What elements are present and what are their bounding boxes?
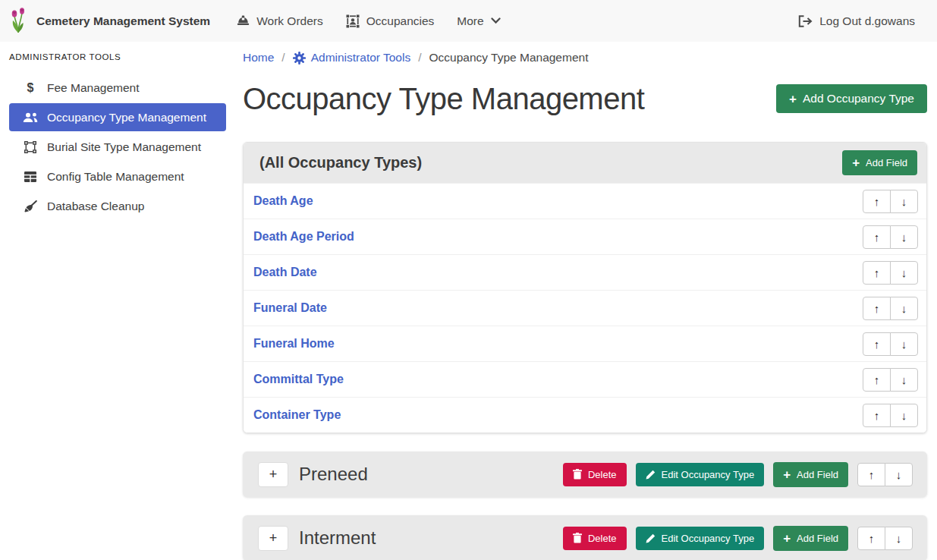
delete-button[interactable]: Delete [563, 463, 627, 486]
occupancy-type-title: Preneed [299, 464, 563, 485]
nav-work-orders[interactable]: Work Orders [225, 14, 335, 28]
occupancy-type-bar: + Interment Delete Edi [243, 515, 927, 560]
expand-button[interactable]: + [258, 462, 288, 487]
reorder-button-group: ↑ ↓ [863, 297, 918, 320]
field-link[interactable]: Container Type [253, 408, 341, 422]
move-down-button[interactable]: ↓ [890, 261, 918, 285]
move-up-button[interactable]: ↑ [857, 527, 885, 550]
delete-label: Delete [588, 533, 617, 544]
move-down-button[interactable]: ↓ [890, 404, 918, 427]
sidebar-item-fee-management[interactable]: $ Fee Management [9, 74, 226, 102]
field-link[interactable]: Committal Type [253, 373, 344, 386]
pencil-icon [646, 470, 656, 480]
breadcrumb: Home / [243, 49, 927, 66]
field-link[interactable]: Funeral Date [253, 301, 327, 315]
move-up-button[interactable]: ↑ [863, 404, 891, 427]
sidebar-item-label: Fee Management [47, 81, 140, 95]
reorder-button-group: ↑ ↓ [857, 527, 913, 550]
reorder-button-group: ↑ ↓ [863, 261, 918, 285]
move-up-button[interactable]: ↑ [857, 463, 885, 486]
card-header: (All Occupancy Types) + Add Field [244, 143, 926, 183]
expand-button[interactable]: + [258, 526, 288, 551]
card-title: (All Occupancy Types) [259, 154, 422, 171]
reorder-button-group: ↑ ↓ [863, 332, 918, 356]
move-up-button[interactable]: ↑ [863, 297, 891, 320]
field-link[interactable]: Death Age Period [253, 230, 354, 244]
move-up-button[interactable]: ↑ [863, 332, 891, 356]
type-bar-actions: Delete Edit Occupancy Type + Add Field ↑… [563, 462, 913, 487]
sign-out-icon [798, 15, 813, 27]
reorder-button-group: ↑ ↓ [857, 463, 913, 486]
move-down-button[interactable]: ↓ [885, 527, 913, 550]
vector-square-icon [22, 141, 39, 153]
add-occupancy-type-label: Add Occupancy Type [803, 92, 914, 105]
sidebar-item-label: Database Cleanup [47, 200, 144, 213]
logout-label: Log Out d.gowans [819, 14, 915, 28]
edit-occupancy-type-button[interactable]: Edit Occupancy Type [636, 527, 765, 550]
sidebar-item-label: Burial Site Type Management [47, 140, 201, 154]
plus-icon: + [783, 532, 791, 545]
move-down-button[interactable]: ↓ [890, 332, 918, 356]
breadcrumb-current: Occupancy Type Management [429, 51, 589, 64]
field-row: Funeral Date ↑ ↓ [244, 290, 926, 326]
person-square-icon [346, 14, 360, 28]
reorder-button-group: ↑ ↓ [863, 404, 918, 427]
breadcrumb-admin-tools-link[interactable]: Administrator Tools [293, 51, 411, 64]
app-brand[interactable]: Cemetery Management System [36, 14, 210, 28]
edit-occupancy-type-label: Edit Occupancy Type [662, 469, 755, 480]
all-occupancy-types-card: (All Occupancy Types) + Add Field Death … [243, 142, 927, 433]
sidebar-item-occupancy-type-management[interactable]: Occupancy Type Management [9, 103, 226, 131]
breadcrumb-home-link[interactable]: Home [243, 51, 274, 64]
reorder-button-group: ↑ ↓ [863, 190, 918, 213]
add-occupancy-type-button[interactable]: + Add Occupancy Type [776, 84, 927, 113]
delete-button[interactable]: Delete [563, 527, 627, 550]
sidebar-item-burial-site-type-management[interactable]: Burial Site Type Management [9, 133, 226, 161]
move-down-button[interactable]: ↓ [890, 297, 918, 320]
nav-occupancies[interactable]: Occupancies [335, 14, 446, 28]
main-content: Home / [243, 42, 927, 560]
plus-icon: + [852, 156, 860, 169]
occupancy-type-bar: + Preneed Delete Edit [243, 451, 927, 497]
page-title: Occupancy Type Management [243, 82, 644, 116]
logout-link[interactable]: Log Out d.gowans [787, 14, 926, 28]
breadcrumb-separator: / [418, 51, 421, 64]
sidebar-item-database-cleanup[interactable]: Database Cleanup [9, 192, 226, 220]
move-down-button[interactable]: ↓ [890, 368, 918, 392]
add-field-button[interactable]: + Add Field [773, 462, 848, 487]
move-up-button[interactable]: ↑ [863, 225, 891, 249]
trash-icon [573, 469, 582, 480]
move-up-button[interactable]: ↑ [863, 190, 891, 213]
field-link[interactable]: Death Age [253, 194, 313, 208]
top-navbar: Cemetery Management System Work Orders O… [0, 0, 937, 42]
nav-more[interactable]: More [445, 14, 511, 28]
add-field-label: Add Field [797, 533, 838, 544]
broom-icon [22, 200, 39, 212]
field-row: Funeral Home ↑ ↓ [244, 326, 926, 361]
plus-icon: + [789, 93, 797, 105]
field-row: Death Date ↑ ↓ [244, 254, 926, 290]
plus-icon: + [783, 468, 791, 481]
sidebar-item-config-table-management[interactable]: Config Table Management [9, 162, 226, 190]
field-row: Death Age ↑ ↓ [244, 183, 926, 219]
edit-occupancy-type-label: Edit Occupancy Type [662, 533, 755, 544]
move-down-button[interactable]: ↓ [885, 463, 913, 486]
gear-icon [293, 52, 306, 64]
move-down-button[interactable]: ↓ [890, 190, 918, 213]
field-list: Death Age ↑ ↓ Death Age Period ↑ ↓ Death… [244, 183, 926, 433]
add-field-button[interactable]: + Add Field [842, 150, 917, 175]
trash-icon [573, 533, 582, 543]
move-down-button[interactable]: ↓ [890, 225, 918, 249]
add-field-button[interactable]: + Add Field [773, 526, 848, 551]
nav-more-label: More [457, 14, 483, 28]
field-link[interactable]: Funeral Home [253, 337, 335, 351]
nav-occupancies-label: Occupancies [366, 14, 435, 28]
users-icon [22, 112, 39, 123]
move-up-button[interactable]: ↑ [863, 261, 891, 285]
field-link[interactable]: Death Date [253, 266, 317, 279]
pencil-icon [646, 533, 656, 543]
table-icon [22, 171, 39, 182]
field-row: Container Type ↑ ↓ [244, 397, 926, 433]
move-up-button[interactable]: ↑ [863, 368, 891, 392]
breadcrumb-separator: / [281, 51, 285, 64]
edit-occupancy-type-button[interactable]: Edit Occupancy Type [636, 463, 765, 486]
